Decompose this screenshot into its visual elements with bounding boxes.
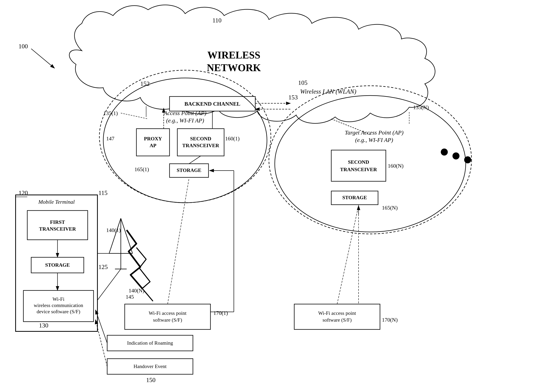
ref-125: 125 (98, 263, 108, 270)
ref-120: 120 (19, 189, 28, 196)
wifi-ap-sw-label-right1: Wi-Fi access point (318, 310, 356, 316)
proxy-ap-label1: PROXY (144, 136, 162, 142)
ref-170-1: 170(1) (213, 310, 228, 316)
second-transceiver-label-left2: TRANSCEIVER (182, 143, 219, 148)
ref-135-N: 135(N) (413, 104, 429, 110)
ref-135-1: 135(1) (103, 110, 118, 116)
ap-right-label1: Target Access Point (AP) (345, 129, 403, 136)
wifi-device-sw-label3: device software (S/F) (37, 309, 80, 314)
ref-110: 110 (212, 17, 221, 24)
ref-105: 105 (298, 79, 307, 86)
wifi-ap-sw-label-left2: software (S/F) (153, 317, 182, 323)
ref-140-1: 140(1) (106, 227, 121, 233)
ap-left-label2: (e.g., WI-FI AP) (166, 117, 204, 124)
first-transceiver-box (27, 210, 88, 240)
svg-line-10 (109, 218, 121, 253)
cloud-to-ap-left (121, 113, 148, 119)
wlan-label: Wireless LAN (WLAN) (300, 88, 356, 95)
wifi-device-sw-label2: wireless communication (34, 302, 83, 308)
ref-160-1: 160(1) (225, 136, 240, 142)
ref-165-N: 165(N) (382, 205, 398, 211)
ref-165-1: 165(1) (135, 166, 149, 172)
ap-left-label1: Access Point (AP) (163, 110, 206, 116)
signal-140-1 (127, 230, 142, 288)
wifiapsw-to-storage-right (337, 206, 358, 304)
handover-event-label: Handover Event (133, 364, 167, 369)
wifi-device-sw-label1: Wi-Fi (52, 296, 64, 302)
storage-label-left: STORAGE (177, 167, 202, 173)
storage-label-mobile: STORAGE (45, 262, 70, 268)
ref-153: 153 (288, 94, 298, 101)
wifi-ap-sw-box-left (125, 304, 210, 329)
storage-label-right: STORAGE (342, 195, 367, 200)
wifi-ap-sw-label-right2: software (S/F) (323, 317, 351, 323)
svg-line-4 (31, 49, 55, 68)
indication-roaming-label: Indication of Roaming (127, 340, 173, 346)
wifi-ap-sw-label-left1: Wi-Fi access point (149, 310, 187, 316)
ref-170-N: 170(N) (382, 317, 398, 323)
second-transceiver-label-right2: TRANSCEIVER (340, 167, 377, 172)
wireless-network-label2: NETWORK (207, 62, 261, 73)
dots-1 (441, 149, 448, 156)
ref-150: 150 (146, 376, 156, 383)
backend-channel-label: BACKEND CHANNEL (184, 101, 240, 107)
mobile-terminal-label: Mobile Terminal (38, 199, 75, 205)
wifisw-to-antenna (98, 269, 121, 300)
first-transceiver-label1: FIRST (50, 219, 65, 225)
proxy-ap-box (136, 129, 169, 156)
second-transceiver-label-left1: SECOND (190, 136, 211, 142)
dots-3 (464, 156, 471, 163)
ref-145: 145 (126, 294, 134, 300)
second-transceiver-box-right (331, 150, 386, 181)
proxy-ap-label2: AP (150, 143, 156, 148)
wifi-ap-sw-box-right (294, 304, 380, 329)
ap-right-label2: (e.g., WI-FI AP) (355, 137, 393, 143)
second-transceiver-label-right1: SECOND (348, 159, 369, 165)
ref-115: 115 (98, 189, 108, 196)
first-transceiver-label2: TRANSCEIVER (39, 226, 76, 232)
ref-100: 100 (19, 43, 28, 50)
wireless-network-label: WIRELESS (207, 50, 260, 61)
ref-140-N: 140(N) (129, 287, 144, 294)
ref-160-N: 160(N) (388, 163, 403, 169)
wifiapsw-to-storage-left (168, 178, 189, 304)
dots-2 (452, 152, 460, 159)
second-transceiver-box-left (177, 129, 224, 156)
ref-147: 147 (106, 136, 114, 142)
ref-130: 130 (39, 322, 48, 329)
storage-to-st-line (189, 156, 201, 164)
